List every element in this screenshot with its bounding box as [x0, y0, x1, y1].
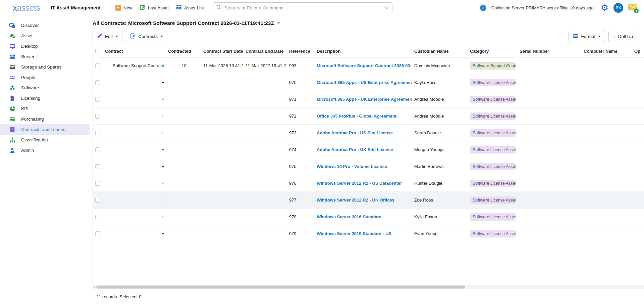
row-checkbox[interactable]	[95, 147, 100, 152]
sidebar: Discover Asset Desktop Server Storage an…	[0, 15, 90, 306]
col-header-computer[interactable]: Computer Name	[581, 49, 632, 54]
contract-cell[interactable]: Software Support Contract	[102, 63, 165, 68]
description-link[interactable]: Microsoft 365 Apps - UK Enterprise Agree…	[317, 97, 412, 102]
description-link[interactable]: Microsoft Software Support Contract 2026…	[317, 63, 412, 68]
contracts-button-label: Contracts	[138, 34, 158, 39]
server-icon	[9, 53, 15, 60]
chevron-down-icon[interactable]	[384, 5, 389, 11]
custodian-cell: Hunter Dougle	[412, 181, 467, 186]
horizontal-scrollbar[interactable]: ◂	[93, 285, 644, 289]
contract-cell[interactable]: +	[102, 80, 165, 85]
sidebar-item-desktop[interactable]: Desktop	[0, 41, 90, 51]
sidebar-item-server[interactable]: Server	[0, 51, 90, 62]
page-title: All Contracts: Microsoft Software Suppor…	[93, 20, 274, 26]
edit-button[interactable]: Edit	[93, 31, 122, 42]
row-checkbox[interactable]	[95, 131, 100, 135]
row-checkbox[interactable]	[95, 97, 100, 102]
format-table-icon	[573, 33, 578, 40]
custodian-cell: Martin Burrows	[412, 164, 467, 169]
category-badge: Software License Asset	[470, 230, 516, 237]
col-header-description[interactable]: Description	[314, 49, 412, 54]
contract-cell[interactable]: +	[102, 130, 165, 135]
sidebar-item-asset[interactable]: Asset	[0, 31, 90, 41]
contract-cell[interactable]: +	[102, 181, 165, 186]
sidebar-item-software[interactable]: Software	[0, 83, 90, 93]
sidebar-item-contracts-and-leases[interactable]: Contracts and Leases	[0, 124, 90, 135]
sidebar-item-purchasing[interactable]: Purchasing	[0, 114, 90, 124]
sidebar-item-licensing[interactable]: Licensing	[0, 93, 90, 103]
col-header-category[interactable]: Category	[467, 49, 517, 54]
row-checkbox[interactable]	[95, 114, 100, 119]
scrollbar-thumb[interactable]	[96, 286, 465, 289]
format-caret-icon	[598, 36, 601, 37]
asset-list-button[interactable]: Asset List	[176, 4, 204, 11]
description-link[interactable]: Windows 10 Pro - Volume License	[317, 164, 387, 169]
drill-up-button[interactable]: ↑ Drill Up	[608, 31, 637, 42]
row-checkbox[interactable]	[95, 80, 100, 85]
format-button-label: Format	[581, 34, 595, 39]
format-button[interactable]: Format	[569, 31, 605, 42]
col-header-contract[interactable]: Contract	[102, 49, 165, 54]
reference-cell: 993	[286, 63, 314, 68]
description-link[interactable]: Windows Server 2012 R2 - US Datacenter	[317, 181, 402, 186]
contracts-button[interactable]: Contracts	[126, 31, 167, 42]
avatar[interactable]: PX	[613, 3, 623, 13]
contract-cell[interactable]: +	[102, 198, 165, 203]
row-checkbox[interactable]	[95, 181, 100, 186]
sidebar-item-discover[interactable]: Discover	[0, 20, 90, 31]
contract-cell[interactable]: +	[102, 147, 165, 152]
document-pencil-icon	[130, 33, 136, 40]
reference-cell: 972	[286, 114, 314, 119]
gear-icon[interactable]: ⚙	[601, 3, 608, 12]
mail-button[interactable]: 4	[628, 4, 637, 12]
col-header-start-date[interactable]: Contract Start Date	[201, 49, 243, 54]
sidebar-item-label: Discover	[21, 23, 39, 28]
contract-cell[interactable]: +	[102, 114, 165, 119]
description-link[interactable]: Adobe Acrobat Pro - US Site License	[317, 130, 393, 135]
info-icon[interactable]: i	[480, 5, 486, 11]
contract-cell[interactable]: +	[102, 214, 165, 219]
command-search[interactable]	[213, 2, 392, 13]
col-header-custodian[interactable]: Custodian Name	[412, 49, 467, 54]
license-doc-icon	[9, 95, 15, 101]
search-input[interactable]	[224, 5, 382, 11]
description-link[interactable]: Microsoft 365 Apps - US Enterprise Agree…	[317, 80, 412, 85]
sidebar-item-classification[interactable]: Classification	[0, 135, 90, 145]
sidebar-item-storage-and-spares[interactable]: Storage and Spares	[0, 62, 90, 72]
row-checkbox[interactable]	[95, 215, 100, 219]
description-link[interactable]: Windows Server 2016 Standard	[317, 214, 382, 219]
contract-cell[interactable]: +	[102, 231, 165, 236]
row-checkbox[interactable]	[95, 198, 100, 203]
sidebar-item-admin[interactable]: Admin	[0, 145, 90, 156]
description-link[interactable]: Office 365 ProPlus - Global Agreement	[317, 114, 396, 119]
description-link[interactable]: Windows Server 2012 R2 - UK Offices	[317, 198, 394, 203]
row-checkbox[interactable]	[95, 63, 100, 68]
sidebar-item-people[interactable]: People	[0, 72, 90, 83]
record-count: 11 records	[97, 294, 117, 299]
col-header-end-date[interactable]: Contract End Date	[243, 49, 286, 54]
top-bar: xassets IT Asset Management + New Last A…	[0, 0, 644, 15]
last-asset-button[interactable]: Last Asset	[140, 4, 169, 11]
select-all-checkbox[interactable]	[95, 49, 100, 53]
page-title-row: All Contracts: Microsoft Software Suppor…	[93, 20, 644, 26]
monitor-icon	[9, 43, 15, 49]
contract-cell[interactable]: +	[102, 97, 165, 102]
description-link[interactable]: Adobe Acrobat Pro - UK Site License	[317, 147, 393, 152]
custodian-cell: Morgan Youngs	[412, 147, 467, 152]
col-header-contracted[interactable]: Contracted	[165, 49, 201, 54]
contract-cell[interactable]: +	[102, 164, 165, 169]
sidebar-item-label: Purchasing	[21, 117, 44, 122]
row-checkbox[interactable]	[95, 164, 100, 169]
col-header-op[interactable]: Op	[632, 49, 644, 54]
table-row: + 977 Windows Server 2012 R2 - UK Office…	[93, 192, 644, 209]
sidebar-item-kpi[interactable]: KPI	[0, 103, 90, 114]
col-header-reference[interactable]: Reference	[286, 49, 314, 54]
description-link[interactable]: Windows Server 2019 Standard - US	[317, 231, 391, 236]
scroll-left-arrow-icon[interactable]: ◂	[94, 286, 95, 289]
col-header-serial[interactable]: Serial Number	[517, 49, 581, 54]
selected-count: Selected: 0	[119, 294, 141, 299]
title-caret-icon[interactable]	[277, 22, 280, 24]
edit-button-label: Edit	[105, 34, 113, 39]
new-button[interactable]: + New	[115, 5, 132, 11]
row-checkbox[interactable]	[95, 231, 100, 236]
